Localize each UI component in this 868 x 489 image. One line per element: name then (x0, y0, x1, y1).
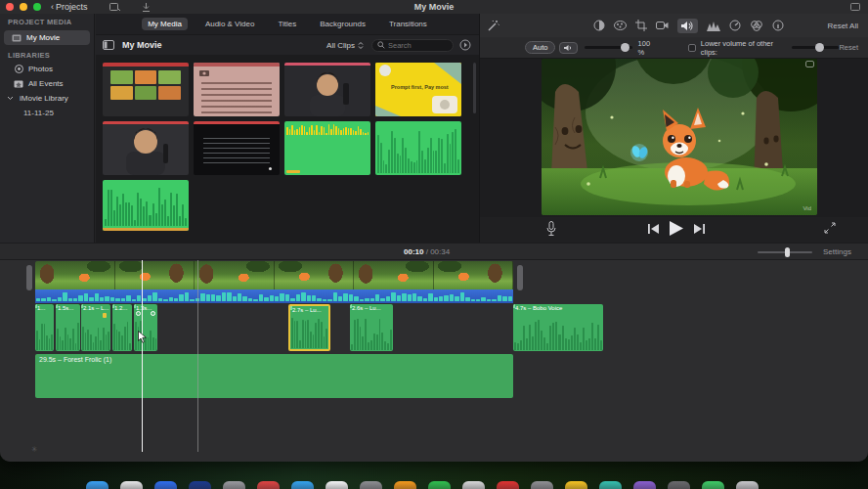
dock-icon[interactable] (326, 481, 348, 489)
timeline-skimmer[interactable] (197, 260, 198, 452)
timeline-audio-clip-6-selected[interactable]: 2.7s – Lu... (288, 304, 330, 351)
macos-dock[interactable] (86, 481, 759, 489)
preview-video[interactable]: Vid (542, 59, 817, 215)
thumbnail-pink-document[interactable] (194, 63, 280, 116)
thumbnail-audio-clip-green-2[interactable] (103, 180, 189, 231)
dock-icon[interactable] (120, 481, 143, 489)
color-correction-icon[interactable] (614, 20, 627, 31)
tab-audio-video[interactable]: Audio & Video (199, 18, 261, 30)
fox-forest-scene (542, 59, 817, 215)
auto-volume-button[interactable]: Auto (525, 41, 555, 54)
timeline-playhead[interactable] (142, 260, 143, 452)
thumbnail-fox-grid-screenshot[interactable] (103, 63, 189, 116)
dock-icon[interactable] (599, 481, 622, 489)
reset-volume-button[interactable]: Reset (839, 43, 858, 52)
timeline-zoom-slider[interactable] (758, 251, 812, 253)
browser-forward-icon[interactable] (459, 39, 471, 51)
timeline-audio-clip-7[interactable]: 2.6s – Lu... (350, 304, 393, 351)
browser-scrollbar[interactable] (473, 63, 476, 113)
fullscreen-icon[interactable] (824, 222, 836, 234)
dock-icon[interactable] (497, 481, 519, 489)
volume-icon[interactable] (677, 19, 698, 33)
thumbnail-terminal-screenshot[interactable] (194, 121, 280, 175)
mute-button[interactable] (559, 42, 578, 54)
sidebar-item-event-date[interactable]: 11-11-25 (0, 106, 94, 120)
dock-icon[interactable] (223, 481, 245, 489)
clip-info-icon[interactable] (772, 20, 784, 31)
clip-trim-handle-right[interactable] (517, 265, 523, 290)
noise-eq-icon[interactable] (707, 21, 720, 31)
timeline-settings-button[interactable]: Settings (823, 247, 851, 256)
timeline-audio-clip-5[interactable]: 1.3s... (134, 304, 157, 351)
clips-filter-dropdown[interactable]: All Clips (326, 41, 364, 50)
lower-volume-slider[interactable] (792, 46, 839, 49)
dock-icon[interactable] (154, 481, 177, 489)
timeline-audio-clip-4[interactable]: 1.2... (112, 304, 132, 351)
sidebar-toggle-icon[interactable] (103, 40, 114, 50)
volume-slider[interactable] (585, 46, 631, 49)
sidebar-item-photos[interactable]: Photos (0, 62, 94, 76)
tab-my-media[interactable]: My Media (142, 18, 188, 30)
video-clip-filmstrip[interactable] (35, 261, 513, 289)
search-box[interactable] (371, 39, 454, 52)
timeline-music-clip[interactable]: 29.5s – Forest Frolic (1) (35, 354, 513, 398)
libraries-header: LIBRARIES (0, 47, 94, 62)
dock-icon[interactable] (633, 481, 656, 489)
timeline-audio-clip-3[interactable]: 2.1s – L... (81, 304, 110, 351)
search-input[interactable] (388, 41, 447, 50)
filmstrip-frame (354, 261, 434, 289)
viewer-overlay-icon[interactable] (805, 61, 814, 67)
dock-icon[interactable] (462, 481, 485, 489)
speed-icon[interactable] (729, 20, 741, 31)
dock-icon[interactable] (257, 481, 280, 489)
next-frame-button[interactable] (694, 224, 705, 234)
video-audio-track[interactable] (35, 289, 513, 303)
dock-icon[interactable] (428, 481, 451, 489)
timecode: 00:10 / 00:34 (404, 247, 450, 256)
timeline-audio-clip-2[interactable]: 1.5s... (56, 304, 80, 351)
titlebar: ‹ Projects My Movie (0, 0, 868, 14)
reset-all-button[interactable]: Reset All (827, 22, 858, 30)
fade-handle[interactable] (151, 311, 155, 316)
sidebar-item-my-movie[interactable]: My Movie (4, 30, 90, 45)
volume-controls: Auto 100 % Lower volume of other clips: … (480, 37, 868, 59)
window-share-icon[interactable] (850, 3, 860, 11)
lower-volume-slider-knob[interactable] (815, 43, 824, 52)
sidebar-item-imovie-library[interactable]: iMovie Library (0, 91, 94, 106)
volume-slider-knob[interactable] (621, 43, 629, 52)
timeline-audio-clip-1[interactable]: 1... (35, 304, 54, 351)
dock-icon[interactable] (360, 481, 382, 489)
clip-filter-icon[interactable] (750, 21, 763, 31)
timeline-toolbar: 00:10 / 00:34 Settings (0, 243, 868, 260)
crop-icon[interactable] (635, 20, 647, 31)
dock-icon[interactable] (531, 481, 553, 489)
thumbnail-presenter-video-1[interactable] (284, 63, 370, 116)
stabilization-icon[interactable] (656, 21, 669, 30)
tab-backgrounds[interactable]: Backgrounds (314, 18, 371, 30)
dock-icon[interactable] (736, 481, 759, 489)
timeline-audio-clip-bobo-voice[interactable]: 4.7s – Bobo Voice (513, 304, 603, 351)
dock-icon[interactable] (291, 481, 314, 489)
previous-frame-button[interactable] (648, 224, 659, 234)
thumbnail-audio-clip-yellow[interactable] (284, 121, 370, 175)
lower-volume-checkbox[interactable] (688, 44, 696, 52)
sidebar-item-all-events[interactable]: All Events (0, 76, 94, 91)
play-button[interactable] (670, 221, 683, 236)
thumbnail-audio-clip-green-1[interactable] (375, 121, 461, 175)
dock-icon[interactable] (189, 481, 211, 489)
timeline-zoom-knob[interactable] (785, 247, 790, 257)
dock-icon[interactable] (702, 481, 724, 489)
voiceover-mic-icon[interactable] (546, 221, 556, 236)
dock-icon[interactable] (565, 481, 587, 489)
fade-handle[interactable] (136, 311, 141, 316)
thumbnail-yellow-graphic[interactable]: Prompt first, Pay most (375, 63, 461, 116)
enhance-wand-icon[interactable] (488, 20, 499, 31)
tab-titles[interactable]: Titles (272, 18, 302, 30)
thumbnail-presenter-video-2[interactable] (103, 121, 189, 175)
tab-transitions[interactable]: Transitions (383, 18, 433, 30)
dock-icon[interactable] (394, 481, 416, 489)
clip-trim-handle-left[interactable] (26, 265, 32, 290)
dock-icon[interactable] (668, 481, 690, 489)
dock-icon[interactable] (86, 481, 108, 489)
color-balance-icon[interactable] (593, 20, 605, 31)
